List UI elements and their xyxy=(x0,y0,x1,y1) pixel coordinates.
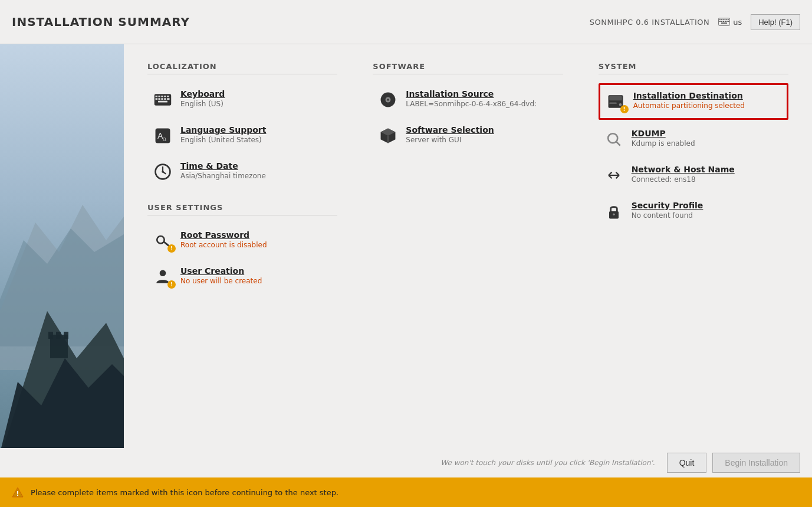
language-item-subtitle: English (United States) xyxy=(180,136,333,144)
language-item[interactable]: A a Language Support English (United Sta… xyxy=(147,119,337,152)
kdump-icon xyxy=(603,129,624,150)
svg-point-45 xyxy=(160,270,166,276)
svg-line-44 xyxy=(167,244,168,245)
security-profile-item-title: Security Profile xyxy=(632,201,784,210)
kdump-item-subtitle: Kdump is enabled xyxy=(632,139,784,148)
begin-installation-button[interactable]: Begin Installation xyxy=(712,453,800,473)
svg-rect-4 xyxy=(725,19,726,20)
security-profile-item-text: Security Profile No content found xyxy=(632,201,784,220)
network-item-text: Network & Host Name Connected: ens18 xyxy=(632,165,784,184)
network-item[interactable]: Network & Host Name Connected: ens18 xyxy=(599,159,788,192)
svg-point-41 xyxy=(162,171,164,173)
svg-rect-5 xyxy=(726,19,728,20)
time-date-item-subtitle: Asia/Shanghai timezone xyxy=(180,172,333,180)
svg-rect-11 xyxy=(726,21,728,22)
sidebar-mountain-decoration xyxy=(0,44,124,448)
sections-grid: LOCALIZATION xyxy=(147,62,788,296)
footer-note: We won't touch your disks until you clic… xyxy=(440,459,655,467)
kdump-item[interactable]: KDUMP Kdump is enabled xyxy=(599,123,788,156)
svg-rect-6 xyxy=(728,19,729,20)
software-selection-item-text: Software Selection Server with GUI xyxy=(406,125,558,144)
quit-button[interactable]: Quit xyxy=(667,453,707,473)
time-date-item-title: Time & Date xyxy=(180,161,333,171)
svg-point-48 xyxy=(387,99,390,101)
help-button[interactable]: Help! (F1) xyxy=(751,14,800,30)
svg-text:a: a xyxy=(163,135,166,142)
installation-destination-icon: ! xyxy=(605,91,626,112)
network-arrows-icon xyxy=(604,166,623,185)
user-settings-header: USER SETTINGS xyxy=(147,203,337,215)
svg-rect-51 xyxy=(609,96,622,100)
installation-destination-item-title: Installation Destination xyxy=(633,91,782,100)
root-password-item-title: Root Password xyxy=(180,230,333,240)
kdump-item-title: KDUMP xyxy=(632,129,784,138)
svg-rect-20 xyxy=(48,332,53,339)
installation-source-item[interactable]: Installation Source LABEL=Sonmihpc-0-6-4… xyxy=(373,83,563,116)
install-version-label: SONMIHPC 0.6 INSTALLATION xyxy=(590,18,709,27)
time-date-item[interactable]: Time & Date Asia/Shanghai timezone xyxy=(147,155,337,188)
software-section: SOFTWARE Installation Source LABEL=Sonmi… xyxy=(373,62,563,296)
keyboard-item-text: Keyboard English (US) xyxy=(180,89,333,108)
installation-source-item-title: Installation Source xyxy=(406,89,558,99)
root-password-warning-badge: ! xyxy=(167,244,176,253)
svg-rect-30 xyxy=(158,98,160,100)
system-header: SYSTEM xyxy=(599,62,788,74)
network-item-subtitle: Connected: ens18 xyxy=(632,175,784,184)
network-item-title: Network & Host Name xyxy=(632,165,784,174)
bottom-area: We won't touch your disks until you clic… xyxy=(0,448,812,507)
installation-destination-item-text: Installation Destination Automatic parti… xyxy=(633,91,782,110)
warning-icon: ! xyxy=(12,486,24,498)
localization-section: LOCALIZATION xyxy=(147,62,337,296)
user-creation-icon: ! xyxy=(152,266,173,287)
user-creation-item-title: User Creation xyxy=(180,266,333,276)
installation-destination-item-subtitle: Automatic partitioning selected xyxy=(633,102,782,110)
content-area: LOCALIZATION xyxy=(124,44,812,448)
svg-rect-33 xyxy=(167,98,169,100)
svg-rect-8 xyxy=(721,21,722,22)
root-password-item-text: Root Password Root account is disabled xyxy=(180,230,333,249)
system-section: SYSTEM ! Installation Destination xyxy=(599,62,788,296)
main-content: SONMiHPC xyxy=(0,44,812,448)
svg-rect-21 xyxy=(56,332,61,339)
network-icon xyxy=(603,165,624,186)
security-profile-item[interactable]: Security Profile No content found xyxy=(599,195,788,228)
installation-destination-item[interactable]: ! Installation Destination Automatic par… xyxy=(599,83,788,120)
clock-icon xyxy=(153,162,172,181)
svg-rect-12 xyxy=(728,21,729,22)
kdump-item-text: KDUMP Kdump is enabled xyxy=(632,129,784,148)
top-right: SONMIHPC 0.6 INSTALLATION us Help! (F1) xyxy=(590,14,800,30)
svg-rect-9 xyxy=(723,21,724,22)
software-selection-item[interactable]: Software Selection Server with GUI xyxy=(373,119,563,152)
localization-header: LOCALIZATION xyxy=(147,62,337,74)
user-settings-section: USER SETTINGS ! Root Password xyxy=(147,203,337,293)
root-password-item-subtitle: Root account is disabled xyxy=(180,241,333,249)
installation-source-icon xyxy=(377,89,399,110)
bottom-bar-warning-text: Please complete items marked with this i… xyxy=(31,488,338,497)
svg-line-55 xyxy=(616,142,620,146)
search-icon xyxy=(604,130,623,149)
root-password-item[interactable]: ! Root Password Root account is disabled xyxy=(147,224,337,257)
keyboard-item[interactable]: Keyboard English (US) xyxy=(147,83,337,116)
language-item-icon: A a xyxy=(152,125,173,146)
installation-source-item-text: Installation Source LABEL=Sonmihpc-0-6-4… xyxy=(406,89,558,108)
svg-rect-27 xyxy=(164,96,166,97)
svg-point-52 xyxy=(619,103,621,106)
installation-source-item-subtitle: LABEL=Sonmihpc-0-6-4-x86_64-dvd: xyxy=(406,100,558,108)
svg-rect-34 xyxy=(158,101,167,103)
root-password-icon: ! xyxy=(152,230,173,251)
svg-rect-2 xyxy=(721,19,722,20)
user-creation-item[interactable]: ! User Creation No user will be created xyxy=(147,260,337,293)
svg-rect-7 xyxy=(719,21,721,22)
installation-destination-warning-badge: ! xyxy=(620,105,629,113)
svg-rect-3 xyxy=(723,19,724,20)
keyboard-item-subtitle: English (US) xyxy=(180,100,333,108)
svg-text:!: ! xyxy=(16,490,19,498)
svg-rect-31 xyxy=(161,98,163,100)
software-selection-item-subtitle: Server with GUI xyxy=(406,136,558,144)
svg-rect-10 xyxy=(725,21,726,22)
svg-rect-25 xyxy=(158,96,160,97)
svg-rect-24 xyxy=(156,96,158,97)
footer-row: We won't touch your disks until you clic… xyxy=(0,448,812,477)
software-header: SOFTWARE xyxy=(373,62,563,74)
svg-rect-26 xyxy=(161,96,163,97)
